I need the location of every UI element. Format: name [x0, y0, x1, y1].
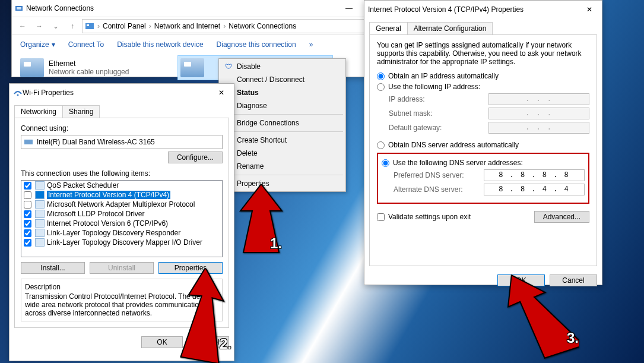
annotation-number-3: 3.: [567, 330, 579, 346]
uninstall-button: Uninstall: [90, 262, 154, 274]
intro-text: You can get IP settings assigned automat…: [377, 41, 589, 66]
protocol-icon: [35, 200, 45, 209]
svg-rect-1: [17, 7, 21, 10]
ctx-diagnose[interactable]: Diagnose: [220, 99, 344, 112]
bc-1[interactable]: Control Panel: [103, 22, 146, 30]
gateway-field: Default gateway:. . .: [389, 122, 589, 134]
checkbox[interactable]: [24, 210, 31, 218]
wifi-icon: [13, 88, 23, 97]
svg-point-4: [17, 94, 19, 96]
dialog-titlebar[interactable]: Internet Protocol Version 4 (TCP/IPv4) P…: [364, 1, 602, 18]
wifi-adapter-icon: [180, 58, 204, 77]
list-item-tcpip4[interactable]: Internet Protocol Version 4 (TCP/IPv4): [21, 190, 222, 200]
ctx-shortcut[interactable]: Create Shortcut: [220, 134, 344, 147]
ctx-status[interactable]: Status: [220, 86, 344, 99]
annotation-arrow-3: [507, 267, 579, 362]
protocol-icon: [35, 191, 45, 199]
ctx-delete[interactable]: 🛡Delete: [220, 147, 344, 160]
list-item[interactable]: Microsoft LLDP Protocol Driver: [21, 209, 222, 219]
dialog-titlebar[interactable]: Wi-Fi Properties ✕: [9, 84, 234, 102]
organize-menu[interactable]: Organize ▾: [14, 38, 61, 51]
checkbox[interactable]: [24, 239, 31, 247]
breadcrumb[interactable]: › Control Panel › Network and Internet ›…: [82, 19, 385, 33]
preferred-dns-input[interactable]: 8 . 8 . 8 . 8: [484, 169, 585, 181]
radio-use-ip[interactable]: Use the following IP address:: [377, 83, 589, 91]
configure-button[interactable]: Configure...: [168, 151, 223, 163]
more-chevron[interactable]: »: [303, 38, 319, 51]
bc-3[interactable]: Network Connections: [229, 22, 296, 30]
ip-address-field: IP address:. . .: [389, 93, 589, 105]
disable-device-button[interactable]: Disable this network device: [111, 38, 209, 51]
forward-button[interactable]: →: [32, 19, 46, 33]
alternate-dns-input[interactable]: 8 . 8 . 4 . 4: [484, 184, 585, 195]
adapter-status: Network cable unplugged: [49, 68, 129, 76]
separator: [221, 131, 343, 132]
svg-rect-3: [87, 24, 89, 26]
ctx-connect[interactable]: Connect / Disconnect: [220, 73, 344, 86]
shield-icon: 🛡: [224, 62, 233, 71]
tab-bar: General Alternate Configuration: [364, 18, 602, 34]
radio-auto-dns[interactable]: Obtain DNS server address automatically: [377, 141, 589, 149]
list-item[interactable]: Microsoft Network Adapter Multiplexor Pr…: [21, 200, 222, 209]
list-item[interactable]: QoS Packet Scheduler: [21, 181, 222, 190]
diagnose-button[interactable]: Diagnose this connection: [211, 38, 302, 51]
separator: [221, 114, 343, 115]
list-item[interactable]: Link-Layer Topology Discovery Responder: [21, 228, 222, 238]
tab-networking[interactable]: Networking: [14, 105, 63, 118]
up-button[interactable]: ↑: [65, 19, 80, 33]
checkbox[interactable]: [24, 229, 31, 237]
dialog-body: You can get IP settings assigned automat…: [369, 34, 597, 266]
ctx-rename[interactable]: 🛡Rename: [220, 160, 344, 173]
bc-2[interactable]: Network and Internet: [154, 22, 220, 30]
protocol-icon: [35, 229, 45, 237]
connect-using-label: Connect using:: [21, 124, 223, 132]
nic-icon: [24, 137, 33, 147]
tab-alternate[interactable]: Alternate Configuration: [407, 22, 493, 34]
ok-button[interactable]: OK: [141, 336, 183, 348]
nav-row: ← → ⌄ ↑ › Control Panel › Network and In…: [12, 17, 417, 34]
close-button[interactable]: ✕: [212, 89, 230, 97]
tab-sharing[interactable]: Sharing: [62, 105, 100, 118]
list-item[interactable]: Internet Protocol Version 6 (TCP/IPv6): [21, 219, 222, 228]
checkbox[interactable]: [24, 191, 31, 199]
dialog-title: Wi-Fi Properties: [23, 89, 212, 97]
ctx-disable[interactable]: 🛡Disable: [220, 60, 344, 73]
checkbox[interactable]: [24, 201, 31, 209]
titlebar[interactable]: Network Connections — ☐ ✕: [12, 0, 417, 17]
recent-button[interactable]: ⌄: [49, 19, 63, 33]
minimize-button[interactable]: —: [336, 0, 362, 17]
dialog-title: Internet Protocol Version 4 (TCP/IPv4) P…: [368, 5, 580, 14]
tab-bar: Networking Sharing: [9, 102, 234, 118]
svg-marker-8: [507, 267, 579, 362]
connect-to-button[interactable]: Connect To: [62, 38, 110, 51]
tab-general[interactable]: General: [369, 22, 408, 34]
separator: [221, 175, 343, 175]
close-button[interactable]: ✕: [580, 5, 598, 14]
protocol-icon: [35, 238, 45, 247]
protocol-icon: [35, 181, 45, 190]
annotation-number-1: 1.: [270, 235, 282, 252]
list-item[interactable]: Link-Layer Topology Discovery Mapper I/O…: [21, 238, 222, 247]
alternate-dns-field[interactable]: Alternate DNS server:8 . 8 . 4 . 4: [394, 184, 585, 195]
protocol-list[interactable]: QoS Packet Scheduler Internet Protocol V…: [21, 180, 223, 257]
adapter-name: Ethernet: [49, 59, 129, 68]
advanced-button[interactable]: Advanced...: [534, 211, 589, 223]
install-button[interactable]: Install...: [21, 262, 85, 274]
protocol-icon: [35, 210, 45, 218]
adapter-ethernet[interactable]: Ethernet Network cable unplugged: [18, 56, 172, 80]
command-bar: Organize ▾ Connect To Disable this netwo…: [12, 34, 417, 53]
items-label: This connection uses the following items…: [21, 169, 223, 178]
radio-use-dns[interactable]: Use the following DNS server addresses:: [382, 159, 585, 167]
checkbox[interactable]: [24, 182, 31, 190]
back-button[interactable]: ←: [15, 19, 30, 33]
window-title: Network Connections: [24, 4, 336, 12]
svg-rect-5: [24, 140, 33, 144]
adapter-field[interactable]: Intel(R) Dual Band Wireless-AC 3165: [21, 135, 223, 149]
network-connections-window: Network Connections — ☐ ✕ ← → ⌄ ↑ › Cont…: [11, 0, 417, 77]
radio-auto-ip[interactable]: Obtain an IP address automatically: [377, 72, 589, 80]
annotation-number-2: 2.: [220, 336, 231, 352]
ctx-bridge[interactable]: 🛡Bridge Connections: [220, 116, 344, 130]
validate-checkbox[interactable]: Validate settings upon exit: [377, 213, 471, 221]
preferred-dns-field[interactable]: Preferred DNS server:8 . 8 . 8 . 8: [394, 169, 585, 181]
checkbox[interactable]: [24, 220, 31, 228]
